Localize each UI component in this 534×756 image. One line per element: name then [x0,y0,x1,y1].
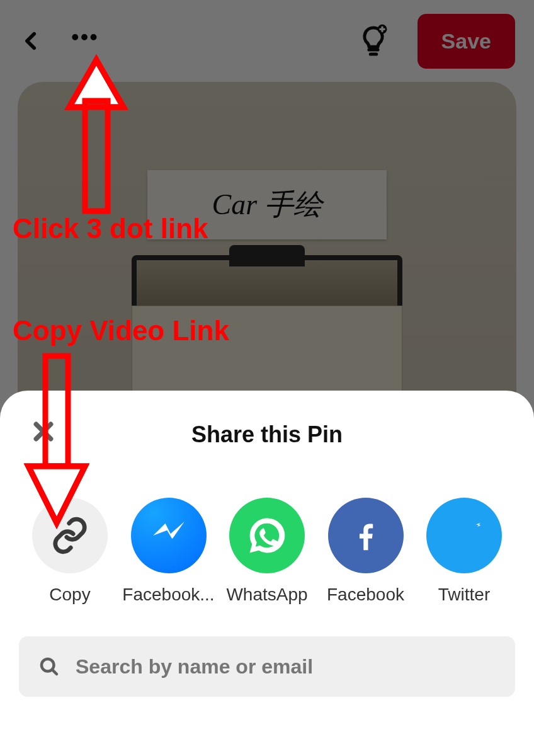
share-option-whatsapp[interactable]: WhatsApp [220,498,314,605]
whatsapp-icon [229,498,305,573]
search-icon [38,655,60,678]
share-sheet: Share this Pin Copy Facebook... [0,391,534,756]
share-options-row: Copy Facebook... WhatsApp [19,498,515,605]
share-sheet-title: Share this Pin [191,421,343,448]
close-icon [31,419,56,444]
messenger-icon [131,498,207,573]
close-button[interactable] [28,416,59,447]
share-label: Facebook [327,585,404,605]
share-option-messenger[interactable]: Facebook... [122,498,216,605]
app-root: ••• Save Car 手绘 Share this Pin [0,0,534,756]
facebook-icon [328,498,404,573]
share-option-copy[interactable]: Copy [23,498,117,605]
search-input[interactable] [76,655,496,679]
share-sheet-header: Share this Pin [19,416,515,454]
share-label: Twitter [438,585,490,605]
share-label: WhatsApp [226,585,307,605]
twitter-icon [426,498,502,573]
svg-line-4 [52,670,57,674]
share-label: Facebook... [122,585,214,605]
link-icon [32,498,108,573]
search-box[interactable] [19,636,515,697]
share-option-twitter[interactable]: Twitter [417,498,511,605]
share-option-facebook[interactable]: Facebook [319,498,413,605]
share-label: Copy [49,585,90,605]
